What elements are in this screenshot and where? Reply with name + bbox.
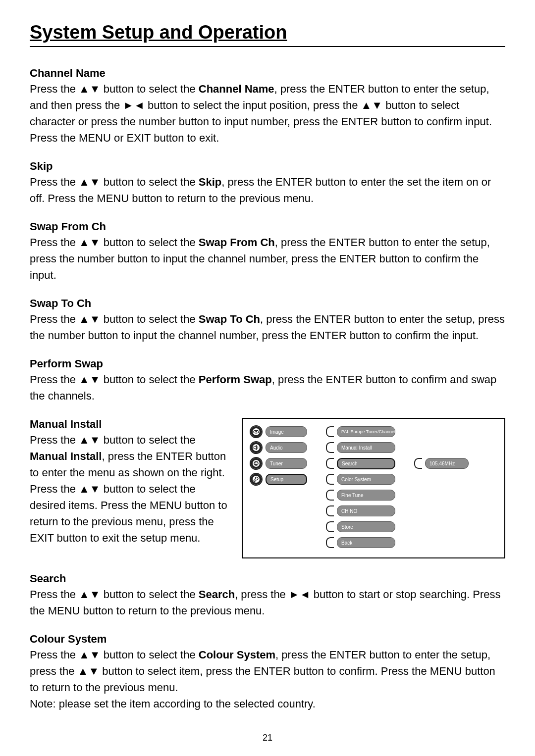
osd-left-column: Image Audio Tuner [250, 426, 307, 485]
section-skip: Skip Press the ▲▼ button to select the S… [30, 160, 505, 206]
page-number: 21 [0, 733, 535, 743]
osd-item-pal: PAL Europe Tuner/Channel [326, 426, 395, 438]
bracket-icon [414, 458, 422, 469]
section-colour-system: Colour System Press the ▲▼ button to sel… [30, 633, 505, 712]
bracket-icon [326, 490, 334, 501]
svg-point-3 [255, 462, 256, 463]
osd-item-search: Search [326, 457, 395, 469]
heading-colour-system: Colour System [30, 633, 505, 646]
bracket-icon [326, 458, 334, 469]
svg-point-1 [256, 431, 257, 433]
leftright-arrows-icon: ►◄ [123, 99, 145, 111]
body-channel-name: Press the ▲▼ button to select the Channe… [30, 81, 505, 146]
osd-label: Search [337, 458, 395, 469]
wrench-icon [250, 473, 263, 486]
section-swap-from: Swap From Ch Press the ▲▼ button to sele… [30, 220, 505, 283]
updown-arrows-icon: ▲▼ [79, 313, 101, 325]
body-search: Press the ▲▼ button to select the Search… [30, 586, 505, 619]
osd-item-ch-no: CH NO [326, 505, 395, 517]
osd-item-setup: Setup [250, 473, 307, 485]
body-perform-swap: Press the ▲▼ button to select the Perfor… [30, 371, 505, 404]
eye-icon [250, 425, 263, 438]
heading-skip: Skip [30, 160, 505, 173]
bracket-icon [326, 442, 334, 453]
osd-label: Back [337, 537, 395, 548]
osd-label: Fine Tune [337, 490, 395, 501]
body-swap-from: Press the ▲▼ button to select the Swap F… [30, 234, 505, 283]
osd-item-image: Image [250, 426, 307, 438]
bracket-icon [326, 426, 334, 437]
updown-arrows-icon: ▲▼ [79, 483, 101, 495]
heading-manual-install: Manual Install [30, 418, 233, 431]
note-colour-system: Note: please set the item according to t… [30, 696, 505, 712]
osd-menu-figure: Image Audio Tuner [242, 418, 505, 558]
updown-arrows-icon: ▲▼ [79, 236, 101, 249]
osd-value: 105.46MHz [425, 458, 469, 469]
osd-item-store: Store [326, 521, 395, 533]
body-swap-to: Press the ▲▼ button to select the Swap T… [30, 311, 505, 344]
section-channel-name: Channel Name Press the ▲▼ button to sele… [30, 67, 505, 146]
section-swap-to: Swap To Ch Press the ▲▼ button to select… [30, 297, 505, 344]
heading-perform-swap: Perform Swap [30, 357, 505, 370]
updown-arrows-icon: ▲▼ [79, 373, 101, 386]
bracket-icon [326, 505, 334, 516]
section-perform-swap: Perform Swap Press the ▲▼ button to sele… [30, 357, 505, 404]
svg-point-4 [257, 462, 258, 463]
title-underline [30, 46, 505, 47]
updown-arrows-icon: ▲▼ [78, 665, 100, 677]
osd-label: Color System [337, 474, 395, 485]
section-search: Search Press the ▲▼ button to select the… [30, 572, 505, 619]
osd-label: Image [266, 426, 307, 437]
updown-arrows-icon: ▲▼ [79, 176, 101, 188]
leftright-arrows-icon: ►◄ [289, 588, 311, 601]
heading-swap-from: Swap From Ch [30, 220, 505, 233]
osd-item-audio: Audio [250, 442, 307, 454]
osd-item-color-system: Color System [326, 473, 395, 485]
osd-item-frequency: 105.46MHz [414, 457, 469, 469]
section-manual-install: Manual Install Press the ▲▼ button to se… [30, 418, 505, 558]
osd-item-manual-install: Manual Install [326, 442, 395, 454]
page-title: System Setup and Operation [30, 22, 505, 43]
heading-channel-name: Channel Name [30, 67, 505, 80]
updown-arrows-icon: ▲▼ [79, 588, 101, 601]
updown-arrows-icon: ▲▼ [361, 99, 383, 111]
bracket-icon [326, 537, 334, 548]
osd-label: Audio [266, 442, 307, 453]
osd-label: Tuner [266, 458, 307, 469]
body-manual-install: Press the ▲▼ button to select the Manual… [30, 432, 233, 546]
osd-label: CH NO [337, 505, 395, 516]
osd-label: Store [337, 521, 395, 532]
osd-right-column: 105.46MHz [414, 426, 469, 469]
osd-label: Manual Install [337, 442, 395, 453]
heading-swap-to: Swap To Ch [30, 297, 505, 310]
page: System Setup and Operation Channel Name … [0, 0, 535, 756]
body-skip: Press the ▲▼ button to select the Skip, … [30, 174, 505, 206]
body-colour-system: Press the ▲▼ button to select the Colour… [30, 647, 505, 696]
bracket-icon [326, 474, 334, 485]
osd-mid-column: PAL Europe Tuner/Channel Manual Install … [326, 426, 395, 549]
updown-arrows-icon: ▲▼ [79, 83, 101, 95]
osd-item-tuner: Tuner [250, 457, 307, 469]
tuner-icon [250, 457, 263, 470]
updown-arrows-icon: ▲▼ [79, 434, 101, 446]
osd-label: PAL Europe Tuner/Channel [337, 426, 395, 437]
osd-item-back: Back [326, 537, 395, 549]
speaker-icon [250, 441, 263, 454]
osd-label: Setup [266, 474, 307, 485]
osd-item-fine-tune: Fine Tune [326, 489, 395, 501]
bracket-icon [326, 521, 334, 532]
heading-search: Search [30, 572, 505, 585]
updown-arrows-icon: ▲▼ [79, 649, 101, 661]
